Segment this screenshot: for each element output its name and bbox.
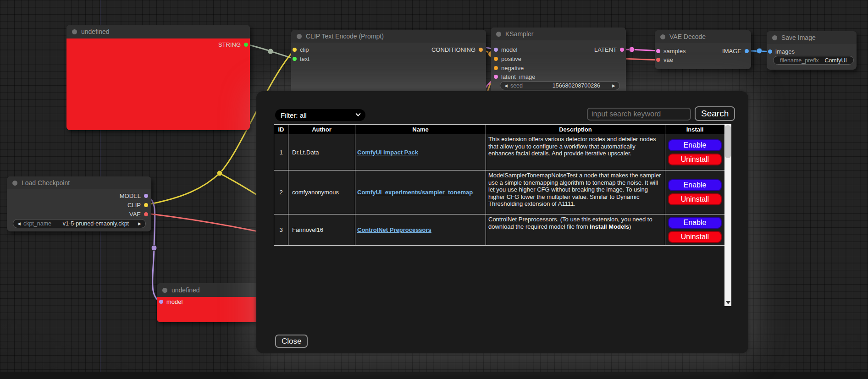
table-row: 2 comfyanonymous ComfyUI_experiments/sam…	[274, 170, 725, 214]
node-title-bar: CLIP Text Encode (Prompt)	[291, 30, 486, 43]
input-label: model	[166, 298, 182, 305]
output-label: MODEL	[120, 192, 141, 199]
input-socket-vae[interactable]	[656, 58, 660, 62]
header-install: Install	[665, 125, 725, 134]
node-undefined-top[interactable]: undefined STRING	[66, 25, 250, 130]
decrement-icon[interactable]: ◀	[504, 84, 508, 88]
node-title-bar: KSampler	[491, 27, 626, 40]
input-socket-clip[interactable]	[293, 48, 297, 52]
input-socket-model[interactable]	[494, 48, 498, 52]
node-collapse-icon[interactable]	[297, 34, 302, 39]
node-undefined-bottom[interactable]: undefined model	[157, 283, 267, 322]
extension-link[interactable]: ComfyUI_experiments/sampler_tonemap	[357, 189, 473, 196]
widget-label: seed	[510, 82, 523, 89]
node-title-bar: undefined	[66, 25, 250, 38]
node-title: VAE Decode	[669, 33, 706, 40]
node-collapse-icon[interactable]	[660, 34, 665, 39]
input-socket-positive[interactable]	[494, 57, 498, 61]
header-name: Name	[355, 125, 486, 134]
widget-label: filename_prefix	[780, 57, 819, 64]
extension-link[interactable]: ControlNet Preprocessors	[357, 226, 431, 233]
output-socket-model[interactable]	[144, 194, 148, 198]
node-save-image[interactable]: Save Image images filename_prefix ComfyU…	[767, 31, 857, 70]
output-socket-clip[interactable]	[144, 203, 148, 207]
node-title-bar: Save Image	[767, 31, 857, 44]
cell-install: Enable Uninstall	[665, 170, 725, 214]
output-label: CLIP	[127, 202, 141, 209]
extension-table: ID Author Name Description Install 1 Dr.…	[274, 124, 724, 246]
enable-button[interactable]: Enable	[668, 217, 722, 229]
increment-icon[interactable]: ▶	[138, 222, 141, 226]
input-socket-negative[interactable]	[494, 66, 498, 70]
cell-author: Dr.Lt.Data	[288, 134, 355, 170]
close-button[interactable]: Close	[275, 335, 308, 348]
filename-prefix-widget[interactable]: filename_prefix ComfyUI	[773, 56, 854, 65]
widget-value: v1-5-pruned-emaonly.ckpt	[63, 220, 129, 227]
uninstall-button[interactable]: Uninstall	[668, 154, 722, 165]
input-socket-text[interactable]	[293, 57, 297, 61]
enable-button[interactable]: Enable	[668, 139, 722, 151]
node-collapse-icon[interactable]	[162, 288, 167, 293]
input-socket-images[interactable]	[768, 49, 772, 54]
enable-button[interactable]: Enable	[668, 179, 722, 191]
output-socket-conditioning[interactable]	[479, 48, 483, 52]
input-label: model	[501, 46, 517, 53]
cell-id: 2	[274, 170, 288, 214]
node-collapse-icon[interactable]	[772, 35, 777, 40]
scroll-down-button[interactable]	[724, 299, 731, 306]
input-label: clip	[300, 46, 309, 53]
output-socket-image[interactable]	[745, 49, 749, 53]
header-description: Description	[486, 125, 665, 134]
input-socket-model[interactable]	[159, 300, 163, 304]
cell-description: This extension offers various detector n…	[486, 134, 665, 170]
table-row: 1 Dr.Lt.Data ComfyUI Impact Pack This ex…	[274, 134, 725, 170]
node-ksampler[interactable]: KSampler model positive negative latent_…	[491, 27, 626, 95]
input-label: images	[775, 48, 795, 55]
input-label: vae	[663, 56, 673, 63]
node-title: CLIP Text Encode (Prompt)	[306, 33, 384, 40]
cell-author: comfyanonymous	[288, 170, 355, 214]
cell-install: Enable Uninstall	[665, 214, 725, 246]
seed-widget[interactable]: ◀ seed 156680208700286 ▶	[500, 81, 620, 90]
widget-label: ckpt_name	[23, 220, 51, 227]
uninstall-button[interactable]: Uninstall	[668, 231, 722, 243]
filter-select[interactable]: Filter: all	[275, 109, 365, 121]
input-socket-samples[interactable]	[656, 49, 660, 53]
header-id: ID	[274, 125, 288, 134]
extension-link[interactable]: ComfyUI Impact Pack	[357, 149, 418, 156]
output-socket-latent[interactable]	[620, 48, 624, 52]
chevron-down-icon	[355, 111, 360, 116]
scrollbar-thumb[interactable]	[725, 125, 731, 158]
canvas-bottom-edge	[0, 372, 868, 379]
node-graph-canvas[interactable]: undefined STRING CLIP Text Encode (Promp…	[0, 0, 868, 379]
cell-id: 3	[274, 214, 288, 246]
uninstall-button[interactable]: Uninstall	[668, 193, 722, 205]
node-title-bar: Load Checkpoint	[7, 176, 151, 189]
node-collapse-icon[interactable]	[72, 29, 77, 34]
output-socket-vae[interactable]	[144, 212, 148, 216]
table-header-row: ID Author Name Description Install	[274, 125, 725, 134]
output-label: CONDITIONING	[431, 46, 475, 53]
decrement-icon[interactable]: ◀	[17, 222, 21, 226]
increment-icon[interactable]: ▶	[612, 84, 615, 88]
node-vae-decode[interactable]: VAE Decode samples vae IMAGE	[655, 30, 751, 69]
search-input[interactable]	[587, 108, 691, 121]
output-socket-string[interactable]	[244, 43, 248, 47]
node-collapse-icon[interactable]	[496, 32, 501, 37]
input-label: negative	[501, 65, 524, 71]
widget-value: 156680208700286	[553, 82, 600, 89]
table-scrollbar[interactable]	[724, 124, 731, 306]
node-collapse-icon[interactable]	[12, 181, 17, 186]
input-socket-latent-image[interactable]	[494, 75, 498, 79]
ckpt-name-widget[interactable]: ◀ ckpt_name v1-5-pruned-emaonly.ckpt ▶	[13, 219, 146, 228]
node-title: undefined	[171, 286, 200, 294]
node-clip-text-encode[interactable]: CLIP Text Encode (Prompt) clip text COND…	[291, 30, 486, 94]
node-title: Save Image	[781, 34, 816, 41]
header-author: Author	[288, 125, 355, 134]
cell-id: 1	[274, 134, 288, 170]
node-title-bar: undefined	[157, 283, 267, 297]
search-button[interactable]: Search	[695, 106, 735, 121]
node-load-checkpoint[interactable]: Load Checkpoint MODEL CLIP VAE ◀ ckpt_na…	[7, 176, 151, 231]
input-label: samples	[663, 48, 686, 55]
cell-author: Fannovel16	[288, 214, 355, 246]
